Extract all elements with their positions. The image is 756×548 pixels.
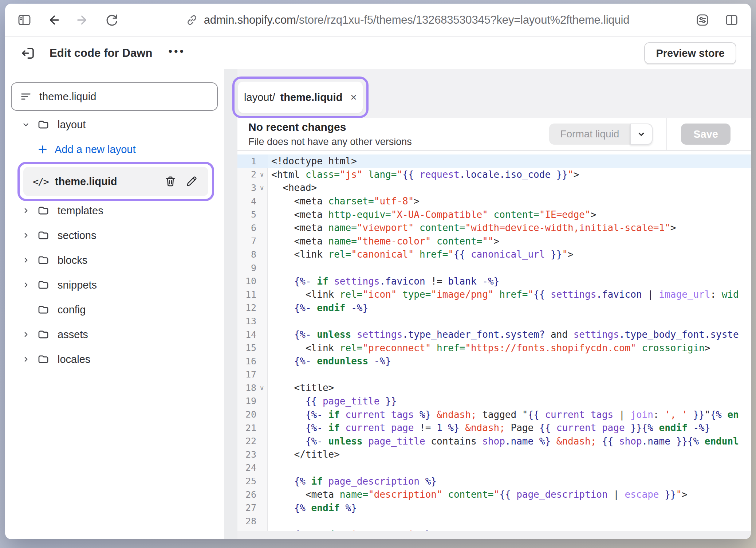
code-line-text[interactable]	[268, 261, 751, 275]
reload-icon[interactable]	[103, 12, 120, 28]
code-line-text[interactable]	[268, 314, 751, 328]
code-line[interactable]: 12 {%- endif -%}	[237, 301, 751, 315]
code-line-text[interactable]: {{ page_title }}	[268, 395, 751, 408]
code-line[interactable]: 17	[237, 368, 751, 381]
rename-file-icon[interactable]	[184, 174, 199, 189]
tree-folder-assets[interactable]: assets	[5, 322, 224, 347]
exit-icon[interactable]	[20, 45, 36, 62]
tree-folder-blocks[interactable]: blocks	[5, 248, 224, 273]
code-line-text[interactable]: <meta name="theme-color" content="">	[268, 235, 751, 248]
chevron-right-icon[interactable]	[21, 206, 37, 215]
preview-store-button[interactable]: Preview store	[644, 42, 736, 64]
status-title: No recent changes	[248, 121, 412, 133]
code-line-text[interactable]: {%- if current_page != 1 %} &ndash; Page…	[268, 421, 751, 435]
code-line-text[interactable]: {%- unless settings.type_header_font.sys…	[268, 328, 751, 341]
chevron-right-icon[interactable]	[21, 330, 37, 339]
code-line-text[interactable]: <title>	[268, 381, 751, 395]
code-line-text[interactable]	[268, 368, 751, 381]
code-line[interactable]: 8 <link rel="canonical" href="{{ canonic…	[237, 248, 751, 261]
code-line[interactable]: 4 <meta charset="utf-8">	[237, 195, 751, 208]
code-line[interactable]: 29 {% render 'meta-tags' %}	[237, 528, 751, 531]
save-button[interactable]: Save	[681, 124, 731, 145]
code-line[interactable]: 19 {{ page_title }}	[237, 395, 751, 408]
code-line[interactable]: 11 <link rel="icon" type="image/png" hre…	[237, 288, 751, 301]
more-menu-icon[interactable]: •••	[169, 46, 186, 60]
code-line[interactable]: 25 {% if page_description %}	[237, 474, 751, 488]
code-line[interactable]: 9	[237, 261, 751, 275]
tree-folder-config[interactable]: config	[5, 297, 224, 322]
code-line-text[interactable]: <meta name="description" content="{{ pag…	[268, 488, 751, 501]
delete-file-icon[interactable]	[163, 174, 178, 189]
format-liquid-dropdown[interactable]	[630, 124, 653, 145]
chevron-right-icon[interactable]	[21, 280, 37, 290]
code-line[interactable]: 10 {%- if settings.favicon != blank -%}	[237, 274, 751, 288]
code-line-text[interactable]	[268, 461, 751, 475]
code-line[interactable]: 18∨ <title>	[237, 381, 751, 395]
code-line-text[interactable]: <meta charset="utf-8">	[268, 195, 751, 208]
code-line-text[interactable]: <link rel="preconnect" href="https://fon…	[268, 341, 751, 355]
code-line[interactable]: 7 <meta name="theme-color" content="">	[237, 235, 751, 248]
chevron-right-icon[interactable]	[21, 231, 37, 240]
code-line-text[interactable]	[268, 514, 751, 528]
code-line-text[interactable]: {%- if settings.favicon != blank -%}	[268, 274, 751, 288]
code-line[interactable]: 21 {%- if current_page != 1 %} &ndash; P…	[237, 421, 751, 435]
fold-chevron-icon[interactable]: ∨	[256, 384, 267, 392]
code-line-text[interactable]: <link rel="canonical" href="{{ canonical…	[268, 248, 751, 261]
address-bar[interactable]: admin.shopify.com/store/rzq1xu-f5/themes…	[120, 13, 694, 27]
code-line-text[interactable]: <html class="js" lang="{{ request.locale…	[268, 168, 751, 181]
code-line[interactable]: 1<!doctype html>	[237, 154, 751, 168]
code-line-text[interactable]: {%- unless page_title contains shop.name…	[268, 434, 751, 448]
code-line[interactable]: 13	[237, 314, 751, 328]
fold-chevron-icon[interactable]: ∨	[256, 171, 267, 178]
back-icon[interactable]	[45, 12, 62, 28]
tree-folder-templates[interactable]: templates	[5, 198, 224, 223]
split-view-icon[interactable]	[723, 12, 740, 28]
code-line[interactable]: 2∨<html class="js" lang="{{ request.loca…	[237, 168, 751, 181]
code-line-text[interactable]: <!doctype html>	[268, 154, 751, 168]
code-line[interactable]: 22 {%- unless page_title contains shop.n…	[237, 434, 751, 448]
code-line[interactable]: 28	[237, 514, 751, 528]
chevron-right-icon[interactable]	[21, 255, 37, 265]
add-new-layout-button[interactable]: Add a new layout	[5, 137, 224, 162]
code-line-text[interactable]: {% endif %}	[268, 501, 751, 514]
page-settings-icon[interactable]	[694, 12, 711, 28]
code-line[interactable]: 24	[237, 461, 751, 475]
code-line-text[interactable]: <link rel="icon" type="image/png" href="…	[268, 288, 751, 301]
code-line[interactable]: 26 <meta name="description" content="{{ …	[237, 488, 751, 501]
code-line-text[interactable]: {%- endif -%}	[268, 301, 751, 315]
file-item-theme-liquid[interactable]: </> theme.liquid	[23, 167, 208, 196]
code-line[interactable]: 27 {% endif %}	[237, 501, 751, 514]
toolbar-divider	[666, 118, 667, 150]
code-line-text[interactable]: <meta name="viewport" content="width=dev…	[268, 221, 751, 235]
close-icon[interactable]: ×	[350, 92, 357, 103]
code-editor[interactable]: 1<!doctype html>2∨<html class="js" lang=…	[237, 150, 751, 531]
chevron-right-icon[interactable]	[21, 355, 37, 364]
tree-folder-sections[interactable]: sections	[5, 223, 224, 248]
code-line-text[interactable]: <meta http-equiv="X-UA-Compatible" conte…	[268, 208, 751, 221]
code-line-text[interactable]: <head>	[268, 181, 751, 195]
code-line[interactable]: 6 <meta name="viewport" content="width=d…	[237, 221, 751, 235]
code-line-text[interactable]: {%- endunless -%}	[268, 355, 751, 368]
tab-theme-liquid[interactable]: layout/theme.liquid ×	[238, 82, 363, 113]
code-line-text[interactable]: {% if page_description %}	[268, 474, 751, 488]
code-line[interactable]: 20 {%- if current_tags %} &ndash; tagged…	[237, 408, 751, 421]
format-liquid-button[interactable]: Format liquid	[549, 124, 630, 145]
tree-folder-snippets[interactable]: snippets	[5, 273, 224, 297]
sidebar-toggle-icon[interactable]	[16, 12, 33, 28]
code-line[interactable]: 16 {%- endunless -%}	[237, 355, 751, 368]
code-line-text[interactable]: </title>	[268, 448, 751, 461]
code-line-text[interactable]: {%- if current_tags %} &ndash; tagged "{…	[268, 408, 751, 421]
code-line-text[interactable]: {% render 'meta-tags' %}	[268, 528, 751, 531]
code-pane: layout/theme.liquid × No recent changes …	[237, 69, 751, 539]
code-line[interactable]: 5 <meta http-equiv="X-UA-Compatible" con…	[237, 208, 751, 221]
code-line[interactable]: 23 </title>	[237, 448, 751, 461]
code-line[interactable]: 3∨ <head>	[237, 181, 751, 195]
file-search-input[interactable]: theme.liquid	[11, 82, 218, 111]
tree-folder-locales[interactable]: locales	[5, 347, 224, 372]
fold-chevron-icon[interactable]: ∨	[256, 184, 267, 192]
code-line[interactable]: 15 <link rel="preconnect" href="https://…	[237, 341, 751, 355]
code-line[interactable]: 14 {%- unless settings.type_header_font.…	[237, 328, 751, 341]
forward-icon[interactable]	[74, 12, 91, 28]
chevron-down-icon[interactable]	[21, 120, 37, 129]
tree-folder-layout[interactable]: layout	[5, 112, 224, 137]
